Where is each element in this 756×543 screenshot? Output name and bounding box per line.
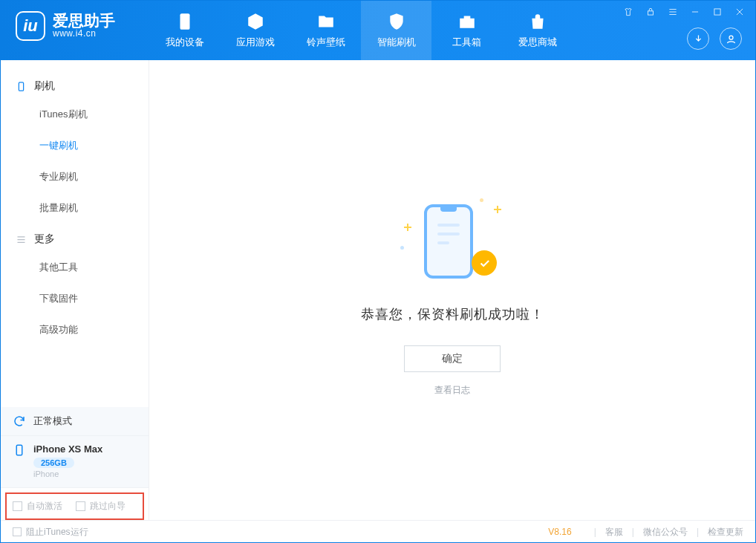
wechat-link[interactable]: 微信公众号	[643, 526, 688, 539]
check-update-link[interactable]: 检查更新	[708, 526, 743, 539]
checkbox-icon	[13, 501, 22, 511]
tab-label: 爱思商城	[518, 36, 557, 49]
view-log-link[interactable]: 查看日志	[434, 384, 470, 397]
minimize-icon[interactable]	[688, 5, 702, 19]
music-folder-icon	[316, 12, 336, 31]
sidebar-item-batch-flash[interactable]: 批量刷机	[1, 192, 149, 224]
bag-icon	[528, 12, 547, 31]
device-icon	[16, 81, 27, 92]
sidebar: 刷机 iTunes刷机 一键刷机 专业刷机 批量刷机 更多 其他工具 下载固件 …	[1, 60, 149, 520]
support-link[interactable]: 客服	[605, 526, 623, 539]
sidebar-item-download-firmware[interactable]: 下载固件	[1, 283, 149, 314]
tab-my-device[interactable]: 我的设备	[149, 1, 220, 60]
svg-rect-5	[16, 445, 22, 455]
phone-small-icon	[13, 443, 26, 457]
checkbox-label: 阻止iTunes运行	[26, 526, 88, 539]
cube-icon	[246, 12, 265, 31]
tab-apps-games[interactable]: 应用游戏	[220, 1, 290, 60]
svg-rect-1	[648, 11, 654, 15]
toolbox-icon	[457, 12, 477, 31]
tab-label: 应用游戏	[236, 36, 275, 49]
svg-rect-4	[19, 82, 23, 90]
version-label: V8.16	[548, 527, 571, 537]
sidebar-group-more: 更多	[1, 224, 149, 252]
lock-icon[interactable]	[644, 5, 657, 19]
sidebar-item-other-tools[interactable]: 其他工具	[1, 252, 149, 283]
device-name: iPhone XS Max	[33, 443, 140, 455]
checkbox-auto-activate[interactable]: 自动激活	[13, 500, 62, 513]
app-name: 爱思助手	[53, 13, 115, 28]
main-tabs: 我的设备 应用游戏 铃声壁纸 智能刷机 工具箱 爱思商城	[149, 1, 573, 60]
tab-flash[interactable]: 智能刷机	[361, 1, 431, 60]
user-button[interactable]	[720, 27, 742, 50]
app-logo-icon: iu	[16, 11, 45, 41]
checkbox-label: 跳过向导	[90, 500, 126, 513]
success-illustration	[408, 201, 497, 283]
group-title: 刷机	[34, 79, 55, 93]
sidebar-item-advanced[interactable]: 高级功能	[1, 314, 149, 345]
maximize-icon[interactable]	[711, 5, 724, 19]
group-title: 更多	[34, 233, 55, 246]
checkbox-block-itunes[interactable]: 阻止iTunes运行	[13, 526, 88, 539]
header-right-buttons	[687, 27, 742, 50]
checkbox-skip-guide[interactable]: 跳过向导	[76, 500, 126, 513]
sidebar-item-pro-flash[interactable]: 专业刷机	[1, 161, 149, 192]
device-type: iPhone	[33, 469, 140, 478]
tab-store[interactable]: 爱思商城	[502, 1, 573, 60]
app-url: www.i4.cn	[53, 28, 115, 39]
storage-badge: 256GB	[33, 458, 74, 468]
download-button[interactable]	[687, 27, 709, 50]
menu-icon[interactable]	[666, 5, 680, 19]
shield-icon	[387, 12, 406, 31]
checkbox-icon	[76, 501, 85, 511]
svg-rect-2	[714, 9, 720, 15]
tab-label: 我的设备	[166, 36, 204, 49]
device-mode: 正常模式	[33, 414, 140, 428]
options-row: 自动激活 跳过向导	[5, 492, 144, 520]
tshirt-icon[interactable]	[622, 5, 635, 19]
check-icon	[472, 250, 497, 276]
checkbox-icon	[13, 527, 22, 536]
ok-button[interactable]: 确定	[404, 345, 501, 372]
sidebar-group-flash: 刷机	[1, 71, 149, 99]
logo[interactable]: iu 爱思助手 www.i4.cn	[1, 1, 149, 41]
refresh-icon	[13, 414, 26, 428]
tab-label: 铃声壁纸	[307, 36, 345, 49]
svg-rect-0	[180, 13, 189, 30]
tab-label: 智能刷机	[377, 36, 416, 49]
svg-point-3	[729, 36, 733, 39]
checkbox-label: 自动激活	[27, 500, 62, 513]
tab-toolbox[interactable]: 工具箱	[431, 1, 502, 60]
titlebar: iu 爱思助手 www.i4.cn 我的设备 应用游戏 铃声壁纸 智能刷机 工具…	[1, 1, 755, 60]
main-content: 恭喜您，保资料刷机成功啦！ 确定 查看日志	[149, 60, 755, 520]
phone-icon	[175, 12, 195, 31]
tab-label: 工具箱	[452, 36, 481, 49]
footer: 阻止iTunes运行 V8.16 | 客服 | 微信公众号 | 检查更新	[1, 520, 755, 543]
window-controls	[622, 5, 746, 19]
tab-ringtones[interactable]: 铃声壁纸	[290, 1, 361, 60]
device-mode-card[interactable]: 正常模式	[1, 407, 149, 436]
close-icon[interactable]	[733, 5, 746, 19]
success-message: 恭喜您，保资料刷机成功啦！	[361, 305, 544, 323]
sidebar-item-itunes-flash[interactable]: iTunes刷机	[1, 99, 149, 130]
list-icon	[16, 234, 27, 245]
device-info-card[interactable]: iPhone XS Max 256GB iPhone	[1, 436, 149, 488]
sidebar-item-one-click-flash[interactable]: 一键刷机	[1, 130, 149, 161]
